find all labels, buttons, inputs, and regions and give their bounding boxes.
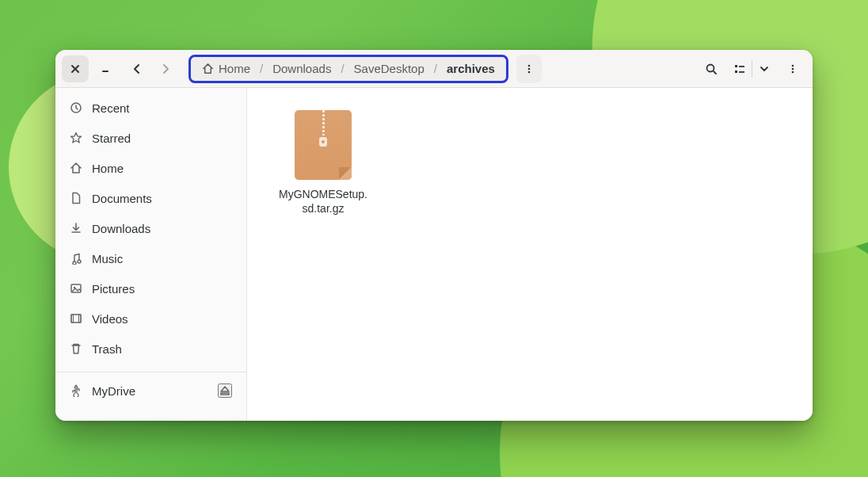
view-switcher (728, 55, 776, 82)
video-icon (70, 312, 82, 325)
sidebar-item-trash[interactable]: Trash (55, 334, 246, 364)
sidebar-item-label: Documents (92, 192, 152, 205)
svg-point-11 (792, 71, 794, 73)
picture-icon (70, 282, 82, 295)
svg-point-2 (528, 67, 531, 70)
svg-rect-6 (739, 66, 744, 67)
sidebar-separator (55, 372, 246, 372)
chevron-down-icon (760, 64, 769, 74)
headerbar: Home / Downloads / SaveDesktop / archive… (55, 50, 813, 88)
sidebar-item-music[interactable]: Music (55, 243, 246, 273)
sidebar-item-label: Videos (92, 312, 128, 326)
pathbar-more-button[interactable] (516, 56, 542, 82)
hamburger-menu-button[interactable] (779, 55, 806, 82)
file-item[interactable]: MyGNOMESetup. sd.tar.gz (268, 110, 379, 216)
more-vertical-icon (523, 63, 535, 74)
sidebar-item-downloads[interactable]: Downloads (55, 213, 246, 243)
breadcrumb-label: archives (447, 62, 495, 75)
chevron-right-icon (160, 63, 171, 74)
list-icon (733, 63, 746, 75)
svg-rect-15 (71, 315, 81, 322)
archive-icon (295, 110, 352, 180)
svg-rect-16 (71, 315, 74, 322)
close-icon (70, 64, 80, 74)
view-dropdown-button[interactable] (752, 55, 776, 82)
sidebar-item-recent[interactable]: Recent (55, 93, 246, 123)
chevron-left-icon (131, 63, 143, 74)
svg-rect-8 (739, 71, 744, 73)
window-close-button[interactable] (62, 55, 89, 82)
breadcrumb-current[interactable]: archives (444, 60, 498, 77)
breadcrumb: Home / Downloads / SaveDesktop / archive… (188, 55, 508, 83)
svg-point-3 (528, 71, 531, 73)
breadcrumb-label: Downloads (272, 62, 331, 75)
breadcrumb-downloads[interactable]: Downloads (269, 60, 334, 77)
trash-icon (70, 342, 82, 355)
breadcrumb-label: Home (219, 62, 250, 75)
nav-back-button[interactable] (124, 55, 150, 82)
list-view-button[interactable] (728, 55, 752, 82)
sidebar-item-label: MyDrive (92, 384, 135, 398)
header-right-cluster (698, 55, 806, 82)
sidebar-item-label: Home (92, 162, 124, 175)
svg-point-9 (792, 64, 794, 67)
nav-group (124, 55, 179, 82)
svg-rect-0 (102, 71, 108, 72)
window-body: Recent Starred Home Documents (55, 88, 813, 421)
home-icon (202, 63, 214, 74)
svg-rect-17 (79, 315, 82, 322)
sidebar: Recent Starred Home Documents (55, 88, 247, 421)
svg-point-4 (707, 64, 714, 71)
download-icon (70, 222, 82, 235)
breadcrumb-label: SaveDesktop (354, 62, 424, 75)
svg-point-1 (528, 64, 531, 67)
music-icon (70, 252, 82, 265)
window-minimize-button[interactable] (92, 55, 119, 82)
file-content-area[interactable]: MyGNOMESetup. sd.tar.gz (247, 88, 813, 421)
sidebar-item-documents[interactable]: Documents (55, 183, 246, 213)
sidebar-item-label: Downloads (92, 222, 150, 235)
file-name: MyGNOMESetup. sd.tar.gz (279, 188, 367, 216)
sidebar-item-label: Music (92, 252, 123, 265)
clock-icon (70, 101, 82, 114)
more-vertical-icon (787, 63, 798, 74)
sidebar-item-starred[interactable]: Starred (55, 123, 246, 153)
sidebar-item-pictures[interactable]: Pictures (55, 273, 246, 303)
sidebar-item-label: Trash (92, 342, 122, 356)
breadcrumb-separator: / (429, 62, 442, 75)
eject-button[interactable] (218, 384, 232, 398)
sidebar-item-videos[interactable]: Videos (55, 303, 246, 334)
sidebar-item-label: Pictures (92, 282, 135, 296)
home-icon (70, 162, 82, 174)
search-button[interactable] (698, 55, 725, 82)
svg-point-10 (792, 67, 794, 70)
document-icon (70, 192, 82, 204)
minimize-icon (100, 63, 111, 74)
file-manager-window: Home / Downloads / SaveDesktop / archive… (55, 50, 813, 421)
sidebar-item-mydrive[interactable]: MyDrive (55, 376, 246, 406)
nav-forward-button[interactable] (152, 55, 179, 82)
breadcrumb-separator: / (336, 62, 348, 75)
star-icon (70, 132, 82, 144)
sidebar-item-home[interactable]: Home (55, 153, 246, 183)
svg-rect-5 (735, 65, 737, 67)
sidebar-item-label: Recent (92, 101, 130, 115)
eject-icon (219, 385, 230, 396)
usb-icon (70, 384, 82, 397)
sidebar-item-label: Starred (92, 132, 131, 145)
breadcrumb-home[interactable]: Home (199, 60, 253, 77)
svg-rect-18 (221, 393, 229, 395)
svg-rect-7 (735, 71, 737, 73)
search-icon (705, 63, 718, 75)
pathbar-menu (516, 55, 542, 83)
breadcrumb-savedesktop[interactable]: SaveDesktop (351, 60, 428, 77)
icon-grid: MyGNOMESetup. sd.tar.gz (268, 110, 792, 216)
breadcrumb-separator: / (255, 62, 268, 75)
